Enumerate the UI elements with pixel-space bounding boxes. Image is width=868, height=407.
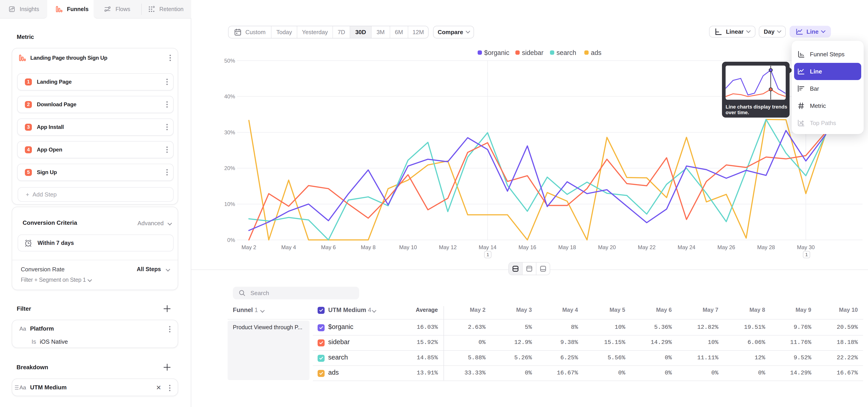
svg-text:May 22: May 22 xyxy=(638,244,656,250)
svg-text:May 8: May 8 xyxy=(361,244,375,250)
svg-text:May 12: May 12 xyxy=(439,244,457,250)
svg-text:May 10: May 10 xyxy=(399,244,417,250)
svg-text:0%: 0% xyxy=(227,237,235,243)
svg-text:May 30: May 30 xyxy=(797,244,815,250)
svg-text:May 2: May 2 xyxy=(241,244,256,250)
svg-text:40%: 40% xyxy=(224,93,235,99)
svg-text:50%: 50% xyxy=(224,58,235,64)
svg-text:May 6: May 6 xyxy=(321,244,336,250)
svg-text:10%: 10% xyxy=(224,201,235,207)
svg-text:May 28: May 28 xyxy=(757,244,775,250)
svg-text:May 24: May 24 xyxy=(678,244,695,250)
svg-text:20%: 20% xyxy=(224,165,235,171)
svg-text:May 16: May 16 xyxy=(519,244,536,250)
svg-text:30%: 30% xyxy=(224,129,235,135)
svg-text:May 26: May 26 xyxy=(717,244,735,250)
svg-text:May 18: May 18 xyxy=(558,244,576,250)
svg-text:May 14: May 14 xyxy=(479,244,497,250)
svg-text:May 4: May 4 xyxy=(281,244,296,250)
svg-text:May 20: May 20 xyxy=(598,244,616,250)
